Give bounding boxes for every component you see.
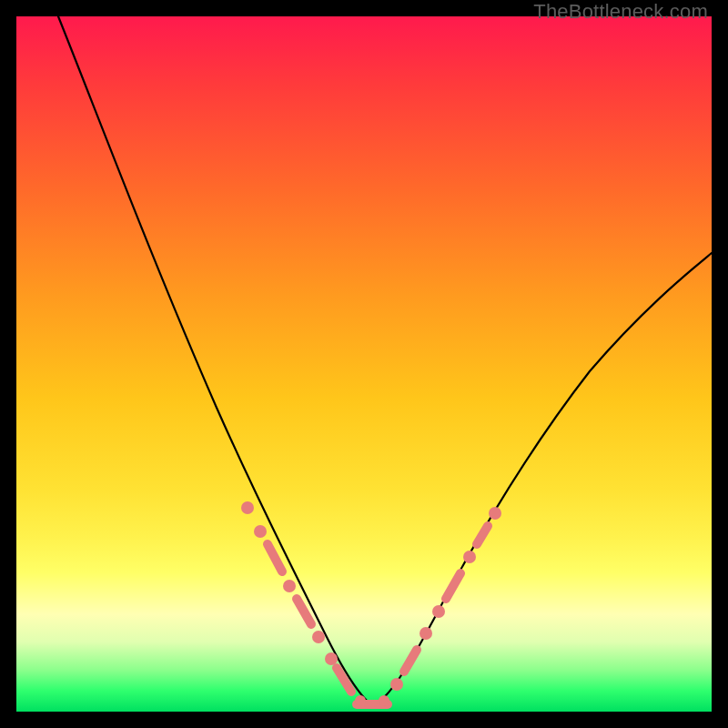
- marker-dot: [420, 627, 432, 640]
- marker-dot: [379, 695, 389, 706]
- chart-svg: [16, 16, 712, 712]
- marker-dot: [325, 652, 338, 665]
- marker-seg: [337, 668, 351, 692]
- marker-seg: [477, 526, 488, 544]
- marker-dot: [312, 631, 325, 643]
- marker-dot: [432, 605, 445, 618]
- marker-seg: [268, 544, 282, 571]
- watermark-text: TheBottleneck.com: [533, 0, 708, 24]
- marker-dot: [254, 525, 267, 538]
- marker-dot: [489, 507, 501, 520]
- marker-seg: [404, 650, 417, 672]
- left-curve: [58, 16, 373, 706]
- marker-seg: [446, 573, 460, 599]
- marker-dot: [283, 580, 296, 592]
- chart-plot-area: [16, 16, 712, 712]
- marker-dot: [390, 678, 403, 691]
- marker-dot: [241, 501, 254, 514]
- marker-dot: [355, 695, 366, 706]
- marker-dot: [463, 551, 476, 563]
